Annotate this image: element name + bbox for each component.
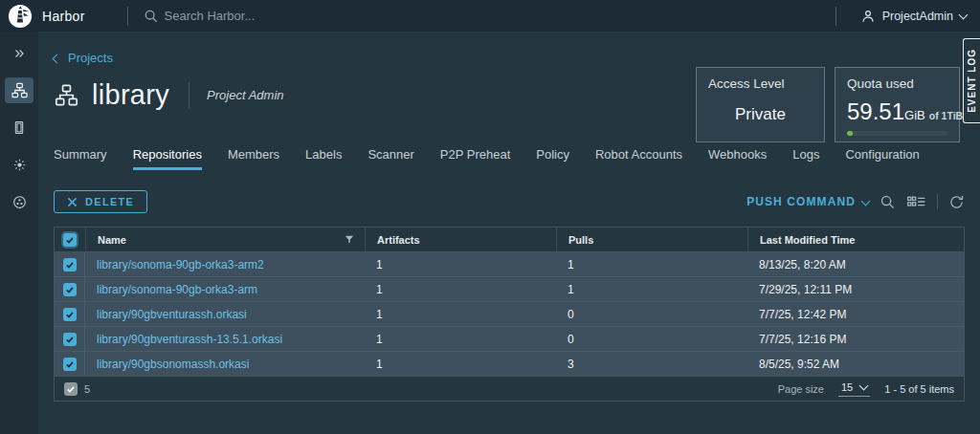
tab-labels[interactable]: Labels	[305, 147, 342, 170]
artifacts-value: 1	[376, 358, 383, 371]
column-header-last-modified[interactable]: Last Modified Time	[747, 228, 964, 251]
tab-configuration[interactable]: Configuration	[845, 147, 919, 170]
repo-link[interactable]: library/90gbventurassh.orkasi	[97, 308, 247, 321]
artifacts-cell: 1	[365, 277, 556, 301]
row-checkbox-cell	[55, 252, 85, 276]
access-level-label: Access Level	[708, 76, 813, 91]
repositories-table: Name Artifacts Pulls Last Modified Time …	[54, 227, 965, 401]
chevron-down-icon	[959, 11, 969, 20]
row-checkbox[interactable]	[63, 333, 77, 346]
push-command-dropdown[interactable]: PUSH COMMAND	[746, 195, 869, 208]
last-modified-cell: 7/29/25, 12:11 PM	[747, 277, 964, 301]
toolbar-right-group: PUSH COMMAND	[746, 194, 965, 210]
row-checkbox-cell	[55, 302, 85, 326]
last-modified-cell: 8/5/25, 9:52 AM	[747, 352, 964, 376]
artifacts-cell: 1	[365, 302, 556, 326]
quota-value: 59.51 GiB of 1TiB	[847, 98, 947, 125]
search-input[interactable]	[163, 8, 473, 24]
page-size-value: 15	[841, 381, 853, 393]
select-all-cell	[55, 228, 85, 251]
tab-p2p-preheat[interactable]: P2P Preheat	[440, 147, 510, 170]
artifacts-value: 1	[376, 283, 383, 296]
pulls-cell: 0	[556, 302, 747, 326]
tab-logs[interactable]: Logs	[792, 147, 819, 170]
chevron-down-icon	[859, 381, 869, 391]
last-modified-value: 8/13/25, 8:20 AM	[759, 258, 846, 271]
column-header-pulls-label: Pulls	[568, 234, 593, 246]
title-divider	[189, 82, 189, 108]
artifacts-cell: 1	[365, 352, 556, 376]
repo-link[interactable]: library/90gbsonomassh.orkasi	[97, 358, 249, 371]
user-icon	[860, 9, 876, 24]
column-header-name[interactable]: Name	[85, 228, 365, 251]
event-log-tab[interactable]: EVENT LOG	[963, 38, 980, 123]
user-menu[interactable]: ProjectAdmin	[835, 7, 967, 26]
access-level-value: Private	[708, 105, 813, 124]
sidebar-item-logs[interactable]	[5, 115, 33, 141]
column-header-artifacts[interactable]: Artifacts	[365, 228, 556, 251]
harbor-logo-icon[interactable]	[8, 4, 33, 29]
last-modified-value: 8/5/25, 9:52 AM	[759, 358, 839, 371]
breadcrumb[interactable]: Projects	[54, 51, 113, 65]
delete-button[interactable]: DELETE	[54, 190, 147, 213]
push-command-label: PUSH COMMAND	[746, 195, 856, 208]
topbar-divider	[127, 7, 128, 26]
tab-webhooks[interactable]: Webhooks	[708, 147, 767, 170]
column-header-last-modified-label: Last Modified Time	[760, 234, 855, 246]
row-checkbox[interactable]	[63, 258, 77, 271]
sidebar-item-distribution[interactable]	[5, 189, 33, 215]
repo-toolbar: DELETE PUSH COMMAND	[54, 188, 965, 215]
quota-card: Quota used 59.51 GiB of 1TiB	[835, 67, 960, 142]
table-row: library/90gbventurassh-13.5.1.orkasi 1 0…	[55, 326, 964, 351]
column-header-artifacts-label: Artifacts	[377, 234, 420, 246]
column-header-name-label: Name	[98, 234, 126, 246]
tab-summary[interactable]: Summary	[54, 147, 107, 170]
repo-link[interactable]: library/sonoma-90gb-orka3-arm	[97, 283, 257, 296]
delete-button-label: DELETE	[85, 196, 134, 207]
repo-link[interactable]: library/90gbventurassh-13.5.1.orkasi	[97, 333, 282, 346]
repo-name-cell: library/90gbventurassh-13.5.1.orkasi	[85, 327, 365, 351]
tab-members[interactable]: Members	[228, 147, 279, 170]
artifacts-value: 1	[376, 333, 383, 346]
column-header-pulls[interactable]: Pulls	[556, 228, 747, 251]
tab-repositories[interactable]: Repositories	[133, 147, 202, 170]
brand-title: Harbor	[42, 9, 85, 24]
pulls-cell: 1	[556, 277, 747, 301]
global-search[interactable]	[144, 8, 835, 24]
tab-scanner[interactable]: Scanner	[368, 147, 413, 170]
row-checkbox[interactable]	[63, 308, 77, 321]
toolbar-divider	[937, 194, 938, 209]
row-checkbox[interactable]	[63, 283, 77, 296]
search-repositories-icon[interactable]	[880, 194, 896, 210]
access-level-card: Access Level Private	[696, 67, 825, 142]
page-size-select[interactable]: 15	[838, 381, 870, 397]
repo-link[interactable]: library/sonoma-90gb-orka3-arm2	[97, 258, 264, 271]
last-modified-cell: 8/13/25, 8:20 AM	[747, 252, 964, 276]
breadcrumb-label: Projects	[68, 51, 113, 65]
sidebar-item-projects[interactable]	[5, 77, 33, 103]
tab-policy[interactable]: Policy	[536, 147, 569, 170]
repo-name-cell: library/sonoma-90gb-orka3-arm	[85, 277, 365, 301]
artifacts-cell: 1	[365, 327, 556, 351]
row-checkbox-cell	[55, 327, 85, 351]
artifacts-value: 1	[376, 258, 383, 271]
selected-count: 5	[84, 383, 90, 395]
last-modified-cell: 7/7/25, 12:16 PM	[747, 327, 964, 351]
topbar-divider	[835, 7, 836, 26]
filter-icon[interactable]	[344, 233, 355, 247]
table-row: library/90gbsonomassh.orkasi 1 3 8/5/25,…	[55, 351, 964, 376]
refresh-icon[interactable]	[948, 194, 965, 210]
pagination: Page size 15 1 - 5 of 5 items	[778, 381, 954, 397]
tab-robot-accounts[interactable]: Robot Accounts	[595, 147, 682, 170]
sidebar-expand-icon[interactable]	[5, 40, 33, 66]
project-role: Project Admin	[207, 88, 283, 102]
select-all-checkbox[interactable]	[63, 233, 77, 247]
table-row: library/90gbventurassh.orkasi 1 0 7/7/25…	[55, 301, 964, 326]
chevron-left-icon	[53, 54, 62, 63]
card-list-view-toggle-icon[interactable]	[906, 194, 926, 209]
table-footer: 5 Page size 15 1 - 5 of 5 items	[55, 376, 964, 401]
table-row: library/sonoma-90gb-orka3-arm 1 1 7/29/2…	[55, 276, 964, 301]
sidebar-item-interrogation[interactable]	[5, 152, 33, 178]
row-checkbox[interactable]	[63, 358, 77, 371]
selected-count-checkbox[interactable]	[64, 382, 78, 396]
